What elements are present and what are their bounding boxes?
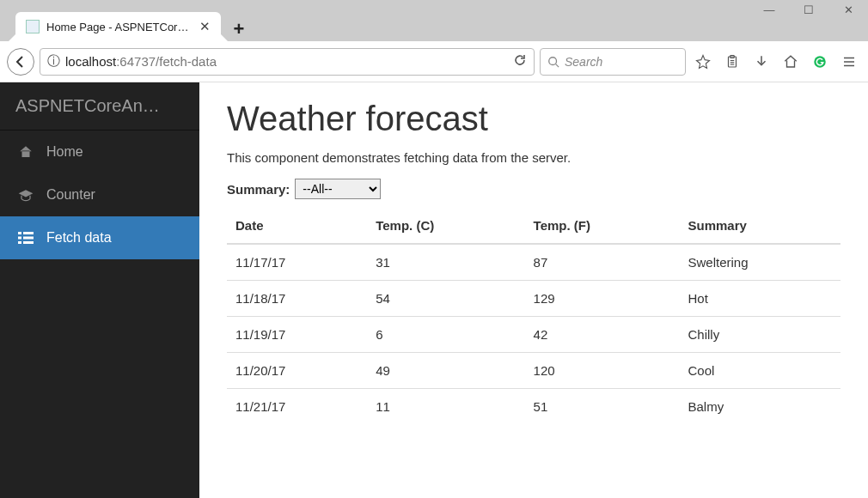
- graduation-cap-icon: [17, 188, 34, 202]
- cell-date: 11/18/17: [227, 281, 367, 317]
- search-placeholder: Search: [565, 55, 602, 69]
- cell-c: 49: [367, 353, 524, 389]
- summary-filter-select[interactable]: --All--: [295, 179, 381, 199]
- window-controls: — ☐ ✕: [749, 0, 868, 19]
- grammarly-icon: [812, 54, 828, 70]
- close-window-button[interactable]: ✕: [828, 0, 868, 19]
- reload-button[interactable]: [513, 53, 527, 70]
- cell-c: 54: [367, 281, 524, 317]
- table-header-row: Date Temp. (C) Temp. (F) Summary: [227, 208, 840, 244]
- home-icon: [783, 54, 798, 70]
- info-icon[interactable]: ⓘ: [47, 53, 60, 70]
- download-icon: [754, 54, 769, 70]
- search-bar[interactable]: Search: [540, 48, 686, 76]
- svg-line-1: [556, 64, 559, 67]
- cell-date: 11/21/17: [227, 389, 367, 425]
- back-button[interactable]: [7, 48, 34, 76]
- svg-rect-16: [23, 241, 34, 244]
- filter-row: Summary: --All--: [227, 179, 840, 199]
- page-subtitle: This component demonstrates fetching dat…: [227, 150, 840, 165]
- svg-rect-13: [18, 237, 21, 240]
- sidebar-item-label: Fetch data: [46, 230, 112, 246]
- cell-summary: Cool: [679, 353, 840, 389]
- home-icon: [17, 144, 34, 160]
- sidebar-item-home[interactable]: Home: [0, 131, 199, 173]
- svg-point-0: [549, 57, 557, 64]
- main-content: Weather forecast This component demonstr…: [199, 82, 868, 498]
- grammarly-button[interactable]: [808, 50, 832, 74]
- new-tab-button[interactable]: +: [226, 17, 252, 41]
- cell-c: 31: [367, 244, 524, 281]
- tab-title: Home Page - ASPNETCoreAn: [46, 21, 193, 33]
- svg-rect-15: [18, 241, 21, 244]
- svg-point-7: [814, 56, 826, 68]
- brand-title[interactable]: ASPNETCoreAn…: [0, 82, 199, 131]
- table-row: 11/19/17642Chilly: [227, 317, 840, 353]
- table-row: 11/18/1754129Hot: [227, 281, 840, 317]
- cell-f: 51: [525, 389, 680, 425]
- table-row: 11/20/1749120Cool: [227, 353, 840, 389]
- browser-toolbar: ⓘ localhost:64737/fetch-data Search: [0, 41, 868, 82]
- cell-f: 129: [525, 281, 680, 317]
- cell-date: 11/19/17: [227, 317, 367, 353]
- clipboard-button[interactable]: [720, 50, 744, 74]
- list-icon: [17, 232, 34, 244]
- arrow-left-icon: [14, 55, 28, 69]
- window-titlebar: Home Page - ASPNETCoreAn ✕ + — ☐ ✕: [0, 0, 868, 41]
- cell-summary: Sweltering: [679, 244, 840, 281]
- page-title: Weather forecast: [227, 100, 840, 138]
- svg-rect-12: [23, 232, 34, 234]
- cell-summary: Hot: [679, 281, 840, 317]
- close-tab-icon[interactable]: ✕: [199, 19, 211, 34]
- forecast-table: Date Temp. (C) Temp. (F) Summary 11/17/1…: [227, 208, 840, 424]
- table-row: 11/17/173187Sweltering: [227, 244, 840, 281]
- filter-label: Summary:: [227, 182, 290, 197]
- minimize-button[interactable]: —: [749, 0, 789, 19]
- cell-date: 11/17/17: [227, 244, 367, 281]
- col-summary: Summary: [679, 208, 840, 244]
- url-path: /fetch-data: [156, 54, 217, 69]
- maximize-button[interactable]: ☐: [789, 0, 828, 19]
- tab-strip: Home Page - ASPNETCoreAn ✕ +: [0, 0, 252, 41]
- bookmark-star-button[interactable]: [691, 50, 715, 74]
- table-row: 11/21/171151Balmy: [227, 389, 840, 425]
- star-icon: [695, 54, 711, 70]
- svg-rect-11: [18, 232, 21, 234]
- search-icon: [547, 56, 559, 68]
- browser-tab[interactable]: Home Page - ASPNETCoreAn ✕: [15, 12, 221, 41]
- col-date: Date: [227, 208, 367, 244]
- reload-icon: [513, 53, 527, 67]
- sidebar-item-fetch-data[interactable]: Fetch data: [0, 216, 199, 259]
- home-button[interactable]: [779, 50, 803, 74]
- menu-button[interactable]: [837, 50, 861, 74]
- favicon-icon: [26, 20, 40, 33]
- cell-date: 11/20/17: [227, 353, 367, 389]
- app-body: ASPNETCoreAn… Home Counter Fetch data We…: [0, 82, 868, 498]
- url-host: localhost: [65, 54, 116, 69]
- svg-rect-14: [23, 237, 34, 240]
- cell-f: 42: [525, 317, 680, 353]
- cell-summary: Chilly: [679, 317, 840, 353]
- cell-f: 120: [525, 353, 680, 389]
- downloads-button[interactable]: [749, 50, 773, 74]
- url-bar[interactable]: ⓘ localhost:64737/fetch-data: [40, 48, 535, 76]
- sidebar-item-label: Home: [46, 144, 83, 160]
- col-temp-c: Temp. (C): [367, 208, 524, 244]
- clipboard-icon: [724, 54, 740, 70]
- sidebar: ASPNETCoreAn… Home Counter Fetch data: [0, 82, 199, 498]
- cell-c: 6: [367, 317, 524, 353]
- url-port: :64737: [116, 54, 156, 69]
- sidebar-item-label: Counter: [46, 187, 95, 203]
- col-temp-f: Temp. (F): [525, 208, 680, 244]
- sidebar-item-counter[interactable]: Counter: [0, 173, 199, 216]
- cell-c: 11: [367, 389, 524, 425]
- hamburger-icon: [841, 54, 857, 70]
- cell-f: 87: [525, 244, 680, 281]
- cell-summary: Balmy: [679, 389, 840, 425]
